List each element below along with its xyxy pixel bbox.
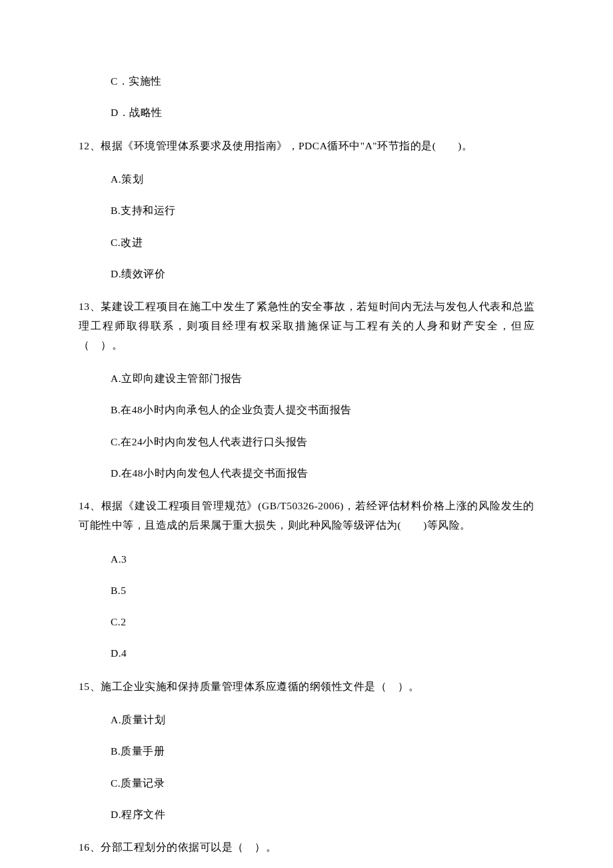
question-13-option-c: C.在24小时内向发包人代表进行口头报告 [79, 434, 534, 449]
page-content: C．实施性 D．战略性 12、根据《环境管理体系要求及使用指南》，PDCA循环中… [0, 0, 613, 868]
question-15-option-a: A.质量计划 [79, 712, 534, 727]
question-12-stem: 12、根据《环境管理体系要求及使用指南》，PDCA循环中"A"环节指的是( )。 [79, 137, 534, 156]
question-15-option-d: D.程序文件 [79, 807, 534, 822]
question-14-option-c: C.2 [79, 614, 534, 629]
question-16-stem: 16、分部工程划分的依据可以是（ ）。 [79, 838, 534, 857]
question-14-option-b: B.5 [79, 583, 534, 598]
question-13-option-b: B.在48小时内向承包人的企业负责人提交书面报告 [79, 402, 534, 417]
question-12-option-b: B.支持和运行 [79, 203, 534, 218]
question-12-option-d: D.绩效评价 [79, 266, 534, 281]
question-15-option-c: C.质量记录 [79, 775, 534, 791]
question-12-option-c: C.改进 [79, 235, 534, 250]
question-14-stem: 14、根据《建设工程项目管理规范》(GB/T50326-2006)，若经评估材料… [79, 497, 534, 535]
question-13-stem: 13、某建设工程项目在施工中发生了紧急性的安全事故，若短时间内无法与发包人代表和… [79, 297, 534, 355]
leading-option-c: C．实施性 [79, 73, 534, 89]
question-14-option-a: A.3 [79, 551, 534, 567]
question-12-option-a: A.策划 [79, 171, 534, 187]
question-15-option-b: B.质量手册 [79, 743, 534, 759]
question-15-stem: 15、施工企业实施和保持质量管理体系应遵循的纲领性文件是（ ）。 [79, 677, 534, 697]
question-14-option-d: D.4 [79, 645, 534, 661]
question-13-option-a: A.立即向建设主管部门报告 [79, 371, 534, 386]
leading-option-d: D．战略性 [79, 105, 534, 120]
question-13-option-d: D.在48小时内向发包人代表提交书面报告 [79, 465, 534, 481]
